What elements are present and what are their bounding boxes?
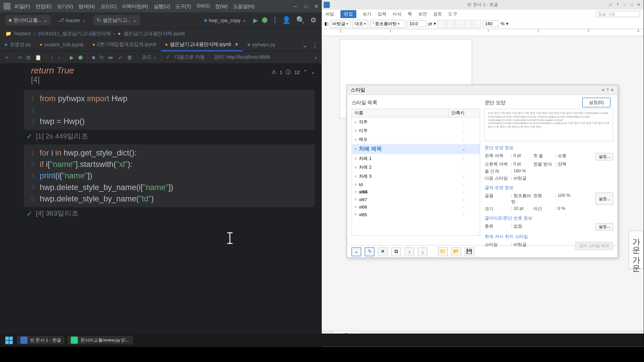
align-left-icon[interactable] xyxy=(438,20,446,28)
style-list[interactable]: ≡각주-≡미주-≡메모-≡차례 제목-≡차례 1-≡차례 2-≡차례 3-≡td… xyxy=(352,118,480,236)
breadcrumb-item[interactable]: 20241011_셀은남기고내용만삭제 xyxy=(38,30,111,37)
arrow-up-icon[interactable]: ↑ xyxy=(51,54,54,60)
add-cell-icon[interactable]: + xyxy=(5,54,8,60)
warnings-bar[interactable]: ⚠1 ⓘ12 ⌃ ⌄ xyxy=(272,69,315,76)
tab-scratch[interactable]: ●scratch_106.ipynb xyxy=(35,39,88,51)
menu-format[interactable]: 서식 xyxy=(392,11,401,17)
align-dist-icon[interactable] xyxy=(473,20,481,28)
cell-type-selector[interactable]: 코드 ⌄ xyxy=(142,54,157,61)
style-icon[interactable]: ◧ xyxy=(324,21,328,26)
managed-server[interactable]: 관리: http://localhost:8888 xyxy=(214,54,270,61)
code-content[interactable]: from pyhwpx import Hwp xyxy=(40,93,127,104)
edit-style-button[interactable]: ✎ xyxy=(365,247,374,256)
import-button[interactable]: 📁 xyxy=(438,247,448,256)
char-setting-button[interactable]: 설정... xyxy=(596,193,613,205)
style-list-item[interactable]: ≡차례 1- xyxy=(352,154,480,163)
ruler[interactable]: 2 1 1 2 3 4 xyxy=(322,29,644,36)
style-list-item[interactable]: ≡xl65- xyxy=(352,211,480,218)
chevron-up-icon[interactable]: ⌃ xyxy=(303,69,307,75)
clear-icon[interactable]: ✓ xyxy=(118,54,122,60)
code-line[interactable]: 1for i in hwp.get_style_dict(): xyxy=(24,147,315,159)
save-button[interactable]: 💾 xyxy=(465,247,474,256)
code-line[interactable]: 1from pyhwpx import Hwp xyxy=(24,93,315,104)
tab-celldel[interactable]: ●셀은남기고내용만삭제.ipynb✕ xyxy=(161,39,243,51)
menu-view[interactable]: 보기 xyxy=(363,11,371,17)
zoom-stepper[interactable]: ▾ xyxy=(506,21,508,26)
run-config-selector[interactable]: ↻ 셀은남기고... ⌄ xyxy=(93,15,140,25)
style-list-item[interactable]: ≡미주- xyxy=(352,126,480,135)
menu-git[interactable]: Git(G) xyxy=(197,3,210,10)
taskbar-item-pycharm[interactable]: 문서비교툴renew.py [C... xyxy=(67,336,133,345)
code-content[interactable]: hwp.delete_style_by_name(i["name"]) xyxy=(40,182,173,193)
restart-icon[interactable]: ↻ xyxy=(100,54,104,60)
code-line[interactable]: 4 hwp.delete_style_by_name(i["name"]) xyxy=(24,182,315,193)
stop-icon[interactable]: ■ xyxy=(92,54,95,60)
run-all-icon[interactable]: ⏭ xyxy=(108,54,114,60)
code-content[interactable]: hwp.delete_style_by_name("td") xyxy=(40,193,154,204)
fontsize-input[interactable]: 10.0 xyxy=(407,20,427,27)
minimize-icon[interactable]: ─ xyxy=(294,3,297,9)
project-selector[interactable]: 문서비교툴... ⌄ xyxy=(5,15,51,25)
menu-window[interactable]: 창(W) xyxy=(215,3,228,10)
code-editor[interactable]: ⚠1 ⓘ12 ⌃ ⌄ return True [4] 1from pyhwpx … xyxy=(0,64,322,339)
help-icon[interactable]: ? xyxy=(614,2,621,8)
copy-style-button[interactable]: ⧉ xyxy=(391,247,401,256)
dialog-close-icon[interactable]: ✕ xyxy=(610,87,614,92)
more-icon[interactable]: ⋮ xyxy=(271,16,278,24)
menu-edit[interactable]: 편집(E) xyxy=(36,3,52,10)
menu-navigate[interactable]: 탐색(N) xyxy=(78,3,95,10)
code-line[interactable]: 3 print(i["name"]) xyxy=(24,170,315,181)
tab-pygen[interactable]: ◆표생성.py xyxy=(0,39,35,51)
style-list-item[interactable]: ≡메모- xyxy=(352,135,480,144)
run-button-icon[interactable]: ▶ xyxy=(253,16,258,23)
paste-icon[interactable]: 📋 xyxy=(35,54,42,60)
reset-char-style-button[interactable]: 글자 스타일 해제 xyxy=(575,242,613,250)
tabs-more-icon[interactable]: ⋮ xyxy=(311,41,318,49)
menu-input[interactable]: 입력 xyxy=(378,11,386,17)
fontsize-stepper[interactable]: ▾ xyxy=(434,21,436,26)
move-down-button[interactable]: ↓ xyxy=(418,247,428,256)
menu-file[interactable]: 파일 xyxy=(325,11,334,17)
code-line[interactable]: 3hwp = Hwp() xyxy=(24,116,315,127)
collab-icon[interactable]: 👤 xyxy=(282,16,291,24)
gear-icon[interactable]: ⚙ xyxy=(310,16,316,24)
cut-icon[interactable]: ✂ xyxy=(18,54,22,60)
code-content[interactable]: for i in hwp.get_style_dict(): xyxy=(40,147,137,159)
debug-cell-icon[interactable]: ⬢ xyxy=(78,54,83,60)
style-list-item[interactable]: ≡xl67- xyxy=(352,196,480,203)
menu-security[interactable]: 보안 xyxy=(418,11,427,17)
debug-button-icon[interactable]: ⬢ xyxy=(262,16,268,24)
apply-button[interactable]: 설정(D) xyxy=(582,98,610,107)
code-line[interactable]: 2 if i["name"].startswith("xl"): xyxy=(24,159,315,170)
menu-run[interactable]: 실행(U) xyxy=(154,3,170,10)
align-center-icon[interactable] xyxy=(447,20,455,28)
menu-edit[interactable]: 편집 xyxy=(340,10,356,18)
taskbar-item-hwp[interactable]: 빈 문서 1 - 한글 xyxy=(17,336,64,345)
num-setting-button[interactable]: 설정... xyxy=(596,223,613,231)
delete-icon[interactable]: 🗑 xyxy=(127,54,132,60)
open-button[interactable]: 📂 xyxy=(451,247,461,256)
menu-tools[interactable]: 도구(T) xyxy=(175,3,192,10)
align-justify-icon[interactable] xyxy=(464,20,472,28)
minimize-icon[interactable]: ─ xyxy=(622,2,628,8)
align-right-icon[interactable] xyxy=(455,20,464,28)
style-list-item[interactable]: ≡xl66- xyxy=(352,188,480,195)
dialog-help-icon[interactable]: ? xyxy=(606,87,609,92)
chevron-down-icon[interactable]: ⌄ xyxy=(311,69,315,75)
branch-selector[interactable]: ⎇ master ⌄ xyxy=(54,15,90,25)
style-dropdown[interactable]: 바탕글▾ xyxy=(330,20,351,28)
window-controls-icon[interactable]: ⤢ xyxy=(607,2,613,8)
search-input[interactable]: 찾을 내용 xyxy=(596,11,640,17)
code-cell-2[interactable]: 1for i in hwp.get_style_dict():2 if i["n… xyxy=(24,144,315,207)
tab-close-icon[interactable]: ✕ xyxy=(235,42,238,47)
code-line[interactable]: 5hwp.delete_style_by_name("td") xyxy=(24,193,315,204)
style-list-item[interactable]: ≡차례 2- xyxy=(352,163,480,172)
move-up-button[interactable]: ↑ xyxy=(405,247,414,256)
next-action[interactable]: 다음으로 이동 xyxy=(174,54,205,61)
para-setting-button[interactable]: 설정... xyxy=(596,153,613,160)
arrow-down-icon[interactable]: ↓ xyxy=(58,54,61,60)
menu-help[interactable]: 도움말(H) xyxy=(233,3,255,10)
run-cell-icon[interactable]: ▶ xyxy=(70,54,74,60)
document-canvas[interactable]: 가운 가운 스타일 ≡ ? ✕ 설정(D) 스타일 목록 이름 단축키 xyxy=(322,36,644,331)
delete-style-button[interactable]: ✕ xyxy=(378,247,388,256)
